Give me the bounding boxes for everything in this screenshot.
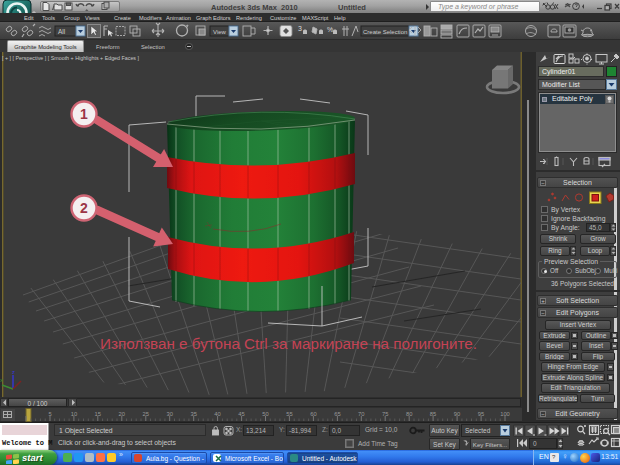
svg-text:35: 35	[190, 411, 196, 417]
svg-text:3: 3	[298, 25, 302, 32]
svg-text:40: 40	[214, 411, 220, 417]
svg-text:30: 30	[166, 411, 172, 417]
svg-text:[ + ] [ Perspective ] [ Smooth: [ + ] [ Perspective ] [ Smooth + Highlig…	[2, 55, 139, 61]
svg-text:z: z	[12, 369, 15, 375]
svg-text:x: x	[0, 377, 3, 383]
svg-text:25: 25	[143, 411, 149, 417]
svg-text:15: 15	[95, 411, 101, 417]
svg-text:70: 70	[358, 411, 364, 417]
svg-text:5: 5	[48, 411, 51, 417]
svg-text:75: 75	[382, 411, 388, 417]
svg-text:Използван е бутона Ctrl за мар: Използван е бутона Ctrl за маркиране на …	[100, 335, 477, 352]
svg-text:10: 10	[71, 411, 77, 417]
svg-text:90: 90	[454, 411, 460, 417]
svg-text:45: 45	[238, 411, 244, 417]
svg-text:%: %	[327, 26, 333, 33]
svg-text:50: 50	[262, 411, 268, 417]
svg-text:100: 100	[500, 411, 510, 417]
svg-text:Create Selection S: Create Selection S	[363, 29, 413, 35]
svg-text:View: View	[213, 29, 227, 35]
svg-text:1: 1	[80, 106, 88, 122]
svg-text:2: 2	[80, 200, 88, 216]
svg-text:65: 65	[334, 411, 340, 417]
svg-text:80: 80	[406, 411, 412, 417]
svg-text:85: 85	[430, 411, 436, 417]
svg-text:95: 95	[478, 411, 484, 417]
svg-text:All: All	[58, 28, 66, 35]
svg-text:55: 55	[286, 411, 292, 417]
svg-text:20: 20	[119, 411, 125, 417]
svg-text:60: 60	[310, 411, 316, 417]
